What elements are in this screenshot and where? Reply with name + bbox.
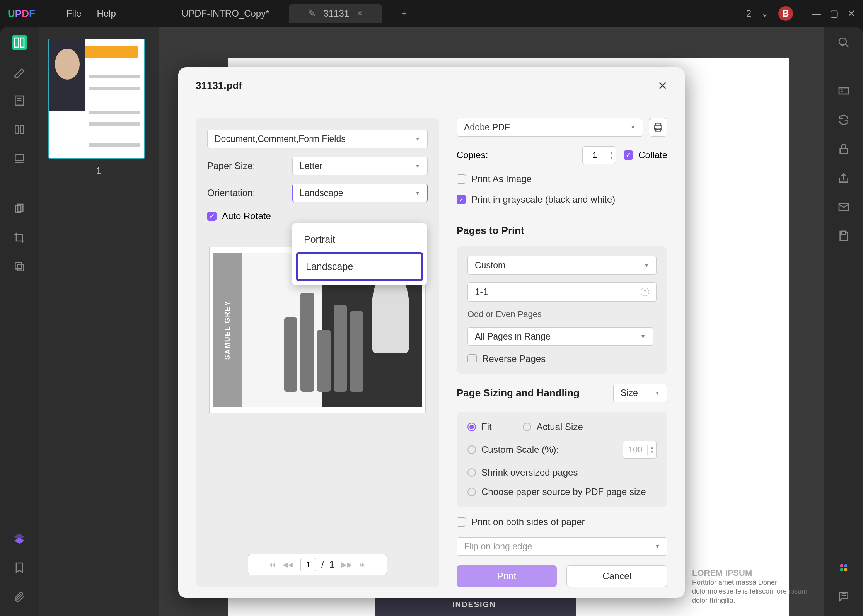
collate-checkbox[interactable] xyxy=(624,150,633,160)
collate-label: Collate xyxy=(638,150,667,160)
chevron-down-icon: ▼ xyxy=(640,333,646,340)
custom-scale-label: Custom Scale (%): xyxy=(481,444,559,455)
orientation-label: Orientation: xyxy=(207,188,285,198)
orientation-select[interactable]: Landscape ▼ xyxy=(292,184,428,202)
app-titlebar: UPDF File Help UPDF-INTRO_Copy* ✎ 31131 … xyxy=(0,0,863,27)
paper-size-select[interactable]: Letter ▼ xyxy=(292,157,428,175)
new-tab-button[interactable]: + xyxy=(382,4,426,23)
choose-source-radio[interactable] xyxy=(467,488,476,496)
shrink-label: Shrink oversized pages xyxy=(481,467,578,478)
print-button[interactable]: Print xyxy=(457,565,557,587)
pages-to-print-title: Pages to Print xyxy=(457,225,667,237)
custom-scale-radio[interactable] xyxy=(467,445,476,454)
both-sides-checkbox[interactable] xyxy=(457,517,466,527)
menu-help[interactable]: Help xyxy=(97,8,116,19)
printer-settings-icon[interactable] xyxy=(649,118,667,137)
first-page-icon[interactable]: ⏮ xyxy=(269,561,276,569)
copies-label: Copies: xyxy=(457,150,488,160)
tab-document-1[interactable]: ✎ 31131 ✕ xyxy=(289,4,382,23)
sizing-mode-select[interactable]: Size▼ xyxy=(613,384,667,402)
grayscale-label: Print in grayscale (black and white) xyxy=(471,194,615,205)
tab-document-0[interactable]: UPDF-INTRO_Copy* xyxy=(155,4,289,23)
pencil-icon: ✎ xyxy=(308,8,316,19)
total-pages: 1 xyxy=(329,559,334,570)
flip-value: Flip on long edge xyxy=(464,541,532,552)
menu-file[interactable]: File xyxy=(67,8,82,19)
chevron-down-icon: ▼ xyxy=(415,163,420,169)
grayscale-checkbox[interactable] xyxy=(457,195,466,204)
dialog-header: 31131.pdf ✕ xyxy=(178,67,685,104)
plus-icon: + xyxy=(401,8,407,19)
fit-radio[interactable] xyxy=(467,423,476,431)
page-sep: / xyxy=(321,559,324,570)
stepper-down-icon[interactable]: ▼ xyxy=(607,155,616,160)
pages-mode-value: Custom xyxy=(475,260,505,271)
next-page-icon[interactable]: ▶▶ xyxy=(341,560,352,569)
odd-even-value: All Pages in Range xyxy=(475,331,551,342)
odd-even-label: Odd or Even Pages xyxy=(467,309,657,319)
fit-label: Fit xyxy=(481,421,492,432)
flip-select[interactable]: Flip on long edge▼ xyxy=(457,537,667,556)
print-as-image-checkbox[interactable] xyxy=(457,174,466,184)
chevron-down-icon: ▼ xyxy=(630,124,636,130)
option-landscape[interactable]: Landscape xyxy=(296,252,423,281)
prev-page-icon[interactable]: ◀◀ xyxy=(283,560,293,569)
minimize-icon[interactable]: — xyxy=(813,10,820,17)
stepper-up-icon[interactable]: ▲ xyxy=(648,445,656,450)
odd-even-select[interactable]: All Pages in Range▼ xyxy=(467,327,653,346)
dialog-title: 31131.pdf xyxy=(196,80,242,92)
user-avatar[interactable]: B xyxy=(778,6,793,21)
pages-range-value: 1-1 xyxy=(475,287,488,297)
pages-range-input[interactable]: 1-1? xyxy=(467,282,657,302)
app-logo: UPDF xyxy=(8,8,35,20)
printer-value: Adobe PDF xyxy=(464,122,510,133)
print-right-panel: Adobe PDF ▼ Copies: ▲▼ Collate xyxy=(457,118,667,587)
printer-select[interactable]: Adobe PDF ▼ xyxy=(457,118,643,137)
shrink-radio[interactable] xyxy=(467,468,476,477)
document-tabs: UPDF-INTRO_Copy* ✎ 31131 ✕ + xyxy=(155,4,426,23)
sizing-mode-value: Size xyxy=(621,388,638,398)
print-as-image-label: Print As Image xyxy=(471,174,532,184)
both-sides-label: Print on both sides of paper xyxy=(471,517,585,527)
option-portrait[interactable]: Portrait xyxy=(296,227,423,252)
content-type-select[interactable]: Document,Comment,Form Fields ▼ xyxy=(207,130,428,148)
pages-mode-select[interactable]: Custom▼ xyxy=(467,256,657,275)
sizing-title: Page Sizing and Handling xyxy=(457,387,580,399)
last-page-icon[interactable]: ⏭ xyxy=(359,561,366,569)
copies-input[interactable] xyxy=(583,150,607,160)
close-window-icon[interactable]: ✕ xyxy=(848,10,855,17)
scale-input[interactable] xyxy=(623,445,647,455)
cancel-button[interactable]: Cancel xyxy=(566,565,667,587)
copies-stepper[interactable]: ▲▼ xyxy=(582,146,616,164)
maximize-icon[interactable]: ▢ xyxy=(830,10,838,17)
paper-size-label: Paper Size: xyxy=(207,160,285,171)
tab-label: 31131 xyxy=(324,8,350,19)
scale-stepper[interactable]: ▲▼ xyxy=(623,441,657,459)
chevron-down-icon: ▼ xyxy=(415,190,420,196)
count-label: 2 xyxy=(746,8,751,19)
paper-size-value: Letter xyxy=(300,161,322,171)
orientation-dropdown: Portrait Landscape xyxy=(292,223,427,285)
chevron-down-icon[interactable]: ⌄ xyxy=(761,8,769,19)
actual-size-radio[interactable] xyxy=(523,423,531,431)
chevron-down-icon: ▼ xyxy=(415,136,420,142)
print-left-panel: Document,Comment,Form Fields ▼ Paper Siz… xyxy=(196,118,439,587)
tab-label: UPDF-INTRO_Copy* xyxy=(182,8,269,19)
info-icon[interactable]: ? xyxy=(641,288,649,296)
separator xyxy=(468,215,656,215)
print-dialog-backdrop: 31131.pdf ✕ Document,Comment,Form Fields… xyxy=(0,27,863,616)
dialog-close-icon[interactable]: ✕ xyxy=(658,79,667,92)
stepper-up-icon[interactable]: ▲ xyxy=(607,150,616,155)
print-dialog: 31131.pdf ✕ Document,Comment,Form Fields… xyxy=(178,67,685,598)
divider xyxy=(803,8,803,19)
content-type-value: Document,Comment,Form Fields xyxy=(215,134,346,144)
current-page-input[interactable] xyxy=(300,558,316,571)
chevron-down-icon: ▼ xyxy=(655,390,660,396)
stepper-down-icon[interactable]: ▼ xyxy=(648,450,656,455)
auto-rotate-checkbox[interactable] xyxy=(207,212,217,221)
close-icon[interactable]: ✕ xyxy=(357,9,363,18)
chevron-down-icon: ▼ xyxy=(655,543,660,549)
chevron-down-icon: ▼ xyxy=(644,262,649,268)
reverse-checkbox[interactable] xyxy=(467,354,477,363)
window-controls: 2⌄ B — ▢ ✕ xyxy=(746,6,855,21)
